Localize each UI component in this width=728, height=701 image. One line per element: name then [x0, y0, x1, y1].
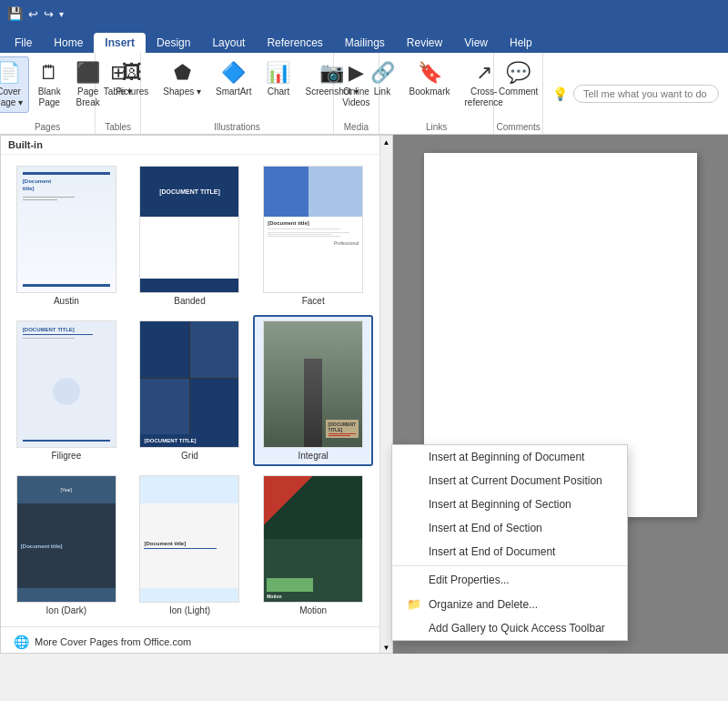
tab-design[interactable]: Design	[146, 33, 201, 53]
gallery-item-banded[interactable]: [DOCUMENT TITLE] Banded	[130, 160, 250, 311]
comment-icon: 💬	[506, 61, 531, 85]
link-label: Link	[374, 86, 390, 97]
blank-page-button[interactable]: 🗒 BlankPage	[31, 56, 67, 113]
bookmark-button[interactable]: 🔖 Bookmark	[403, 56, 457, 102]
pictures-label: Pictures	[116, 86, 148, 97]
add-gallery-label: Add Gallery to Quick Access Toolbar	[429, 622, 605, 635]
insert-current-pos-label: Insert at Current Document Position	[429, 474, 602, 487]
shapes-icon: ⬟	[174, 61, 191, 85]
filigree-thumb: [DOCUMENT TITLE]	[16, 320, 116, 448]
bookmark-label: Bookmark	[410, 86, 450, 97]
blank-page-icon: 🗒	[39, 61, 59, 85]
tab-view[interactable]: View	[453, 33, 499, 53]
gallery-item-ion-light[interactable]: [Document title] Ion (Light)	[130, 470, 250, 621]
scroll-up-button[interactable]: ▲	[380, 136, 393, 149]
ribbon-group-links: 🔗 Link 🔖 Bookmark ↗ Cross-reference Link…	[379, 53, 494, 134]
tab-references[interactable]: References	[256, 33, 333, 53]
redo-icon[interactable]: ↪	[44, 7, 54, 21]
tab-mailings[interactable]: Mailings	[334, 33, 396, 53]
scroll-down-button[interactable]: ▼	[380, 641, 393, 654]
gallery-panel: ▲ ▼ Built-in [Document title]	[0, 135, 393, 654]
gallery-actions: 🌐 More Cover Pages from Office.com ✕ Rem…	[1, 626, 392, 654]
edit-properties-label: Edit Properties...	[429, 574, 510, 586]
shapes-button[interactable]: ⬟ Shapes ▾	[157, 56, 207, 102]
tab-file[interactable]: File	[4, 33, 43, 53]
smartart-icon: 🔷	[221, 61, 246, 85]
gallery-item-ion-dark[interactable]: [Year] [Document title] Ion (Dark)	[6, 470, 126, 621]
links-group-label: Links	[426, 120, 447, 132]
ribbon-group-comments: 💬 Comment Comments	[494, 53, 543, 134]
austin-label: Austin	[54, 296, 79, 306]
tab-review[interactable]: Review	[396, 33, 453, 53]
pictures-button[interactable]: 🖼 Pictures	[109, 56, 155, 102]
ribbon-group-illustrations: 🖼 Pictures ⬟ Shapes ▾ 🔷 SmartArt 📊 Chart…	[141, 53, 334, 134]
gallery-section-label: Built-in	[1, 136, 392, 155]
smartart-button[interactable]: 🔷 SmartArt	[209, 56, 258, 102]
cover-page-button[interactable]: 📄 CoverPage ▾	[0, 56, 29, 113]
edit-properties-item[interactable]: Edit Properties...	[392, 568, 627, 592]
more-cover-pages-label: More Cover Pages from Office.com	[35, 636, 191, 647]
banded-thumb: [DOCUMENT TITLE]	[139, 166, 239, 293]
ion-light-label: Ion (Light)	[169, 605, 210, 615]
comments-buttons: 💬 Comment	[492, 56, 544, 120]
illustrations-buttons: 🖼 Pictures ⬟ Shapes ▾ 🔷 SmartArt 📊 Chart…	[109, 56, 365, 120]
pages-buttons: 📄 CoverPage ▾ 🗒 BlankPage ⬛ PageBreak	[0, 56, 106, 120]
more-cover-pages-action[interactable]: 🌐 More Cover Pages from Office.com	[8, 631, 385, 653]
motion-thumb: Motion	[263, 475, 363, 603]
motion-label: Motion	[299, 605, 327, 615]
austin-thumb: [Document title]	[16, 166, 116, 293]
insert-beginning-section-item[interactable]: Insert at Beginning of Section	[392, 493, 627, 516]
tell-me-input[interactable]	[573, 85, 719, 103]
insert-current-pos-item[interactable]: Insert at Current Document Position	[392, 469, 627, 493]
comment-label: Comment	[499, 86, 538, 97]
tables-group-label: Tables	[105, 120, 131, 132]
insert-end-section-item[interactable]: Insert at End of Section	[392, 516, 627, 540]
tab-home[interactable]: Home	[43, 33, 94, 53]
links-buttons: 🔗 Link 🔖 Bookmark ↗ Cross-reference	[364, 56, 510, 120]
organize-delete-icon: 📁	[407, 597, 421, 611]
context-menu-separator-1	[392, 565, 627, 566]
comments-group-label: Comments	[497, 120, 541, 132]
main-container: ▲ ▼ Built-in [Document title]	[0, 135, 728, 654]
gallery-wrapper: ▲ ▼ Built-in [Document title]	[0, 135, 393, 654]
cross-reference-icon: ↗	[476, 61, 492, 85]
banded-label: Banded	[174, 296, 205, 306]
insert-beginning-section-label: Insert at Beginning of Section	[429, 498, 571, 511]
insert-end-doc-item[interactable]: Insert at End of Document	[392, 540, 627, 564]
add-gallery-item[interactable]: Add Gallery to Quick Access Toolbar	[392, 616, 627, 640]
comment-button[interactable]: 💬 Comment	[492, 56, 544, 102]
context-menu: Insert at Beginning of Document Insert a…	[391, 444, 628, 641]
remove-cover-page-action[interactable]: ✕ Remove Current Cover Page	[8, 653, 385, 654]
save-icon[interactable]: 💾	[7, 6, 23, 21]
gallery-item-motion[interactable]: Motion Motion	[253, 470, 373, 621]
filigree-label: Filigree	[51, 451, 81, 461]
gallery-item-filigree[interactable]: [DOCUMENT TITLE] Filigree	[6, 315, 126, 466]
organize-delete-item[interactable]: 📁 Organize and Delete...	[392, 592, 627, 616]
undo-icon[interactable]: ↩	[28, 7, 38, 21]
ribbon: 📄 CoverPage ▾ 🗒 BlankPage ⬛ PageBreak Pa…	[0, 53, 728, 135]
quick-access-dropdown[interactable]: ▾	[59, 9, 64, 19]
integral-label: Integral	[298, 451, 328, 461]
gallery-item-integral[interactable]: [DOCUMENT TITLE] Integral	[253, 315, 373, 466]
lightbulb-icon: 💡	[552, 86, 568, 101]
tab-insert[interactable]: Insert	[94, 33, 146, 53]
integral-thumb: [DOCUMENT TITLE]	[263, 320, 363, 448]
shapes-label: Shapes ▾	[163, 86, 201, 97]
gallery-item-austin[interactable]: [Document title] Austin	[6, 160, 126, 311]
insert-beginning-doc-label: Insert at Beginning of Document	[429, 451, 584, 463]
tab-help[interactable]: Help	[499, 33, 543, 53]
tell-me-area: 💡	[543, 53, 728, 134]
tab-layout[interactable]: Layout	[201, 33, 256, 53]
gallery-item-facet[interactable]: [Document title] Professional	[253, 160, 373, 311]
link-icon: 🔗	[370, 61, 395, 85]
link-button[interactable]: 🔗 Link	[364, 56, 401, 102]
chart-button[interactable]: 📊 Chart	[259, 56, 297, 102]
gallery-item-grid[interactable]: [DOCUMENT TITLE] Grid	[130, 315, 250, 466]
ion-dark-thumb: [Year] [Document title]	[16, 475, 116, 603]
online-videos-icon: ▶	[349, 61, 364, 85]
media-group-label: Media	[344, 120, 369, 132]
cover-page-icon: 📄	[0, 61, 21, 85]
insert-beginning-doc-item[interactable]: Insert at Beginning of Document	[392, 445, 627, 469]
pictures-icon: 🖼	[122, 61, 142, 85]
illustrations-group-label: Illustrations	[214, 120, 260, 132]
